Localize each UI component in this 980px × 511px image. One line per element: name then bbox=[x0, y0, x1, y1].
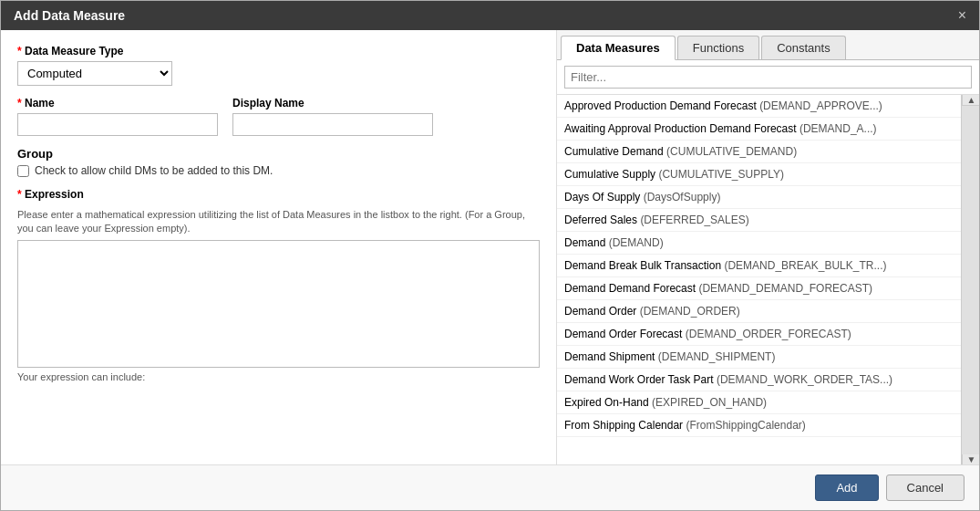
list-item[interactable]: Days Of Supply (DaysOfSupply) bbox=[557, 186, 961, 209]
expression-label: Expression bbox=[17, 188, 540, 201]
list-area: Approved Production Demand Forecast (DEM… bbox=[557, 95, 979, 464]
scroll-down-arrow[interactable]: ▼ bbox=[962, 454, 979, 464]
dialog-body: Data Measure Type Computed Simple Group … bbox=[1, 30, 979, 464]
list-container[interactable]: Approved Production Demand Forecast (DEM… bbox=[557, 95, 961, 464]
expression-hint: Your expression can include: bbox=[17, 371, 540, 382]
tab-functions[interactable]: Functions bbox=[677, 36, 759, 59]
tab-constants[interactable]: Constants bbox=[761, 36, 846, 59]
scroll-up-arrow[interactable]: ▲ bbox=[962, 95, 979, 106]
data-measure-type-select[interactable]: Computed Simple Group bbox=[17, 61, 172, 86]
display-name-label: Display Name bbox=[232, 97, 433, 110]
filter-row bbox=[557, 60, 979, 95]
filter-input[interactable] bbox=[564, 66, 972, 89]
group-label: Group bbox=[17, 147, 540, 161]
list-item[interactable]: Demand Order (DEMAND_ORDER) bbox=[557, 300, 961, 323]
list-item[interactable]: Demand Shipment (DEMAND_SHIPMENT) bbox=[557, 346, 961, 369]
close-button[interactable]: × bbox=[958, 8, 966, 23]
list-item[interactable]: Demand (DEMAND) bbox=[557, 232, 961, 255]
list-item[interactable]: Expired On-Hand (EXPIRED_ON_HAND) bbox=[557, 391, 961, 414]
right-panel-content: Data Measures Functions Constants Approv… bbox=[557, 30, 979, 464]
group-section: Group Check to allow child DMs to be add… bbox=[17, 147, 540, 177]
tabs-bar: Data Measures Functions Constants bbox=[557, 30, 979, 60]
expression-textarea[interactable] bbox=[17, 240, 540, 368]
right-panel: Data Measures Functions Constants Approv… bbox=[557, 30, 979, 464]
scroll-track bbox=[962, 106, 979, 454]
list-item[interactable]: Cumulative Demand (CUMULATIVE_DEMAND) bbox=[557, 141, 961, 163]
name-field: Name bbox=[17, 97, 218, 136]
left-panel: Data Measure Type Computed Simple Group … bbox=[1, 30, 557, 464]
group-checkbox[interactable] bbox=[17, 165, 29, 177]
list-item[interactable]: Demand Work Order Task Part (DEMAND_WORK… bbox=[557, 369, 961, 391]
tab-data-measures[interactable]: Data Measures bbox=[561, 36, 676, 60]
group-checkbox-row: Check to allow child DMs to be added to … bbox=[17, 164, 540, 177]
display-name-field: Display Name bbox=[232, 97, 433, 136]
list-item[interactable]: Deferred Sales (DEFERRED_SALES) bbox=[557, 209, 961, 232]
list-item[interactable]: Demand Break Bulk Transaction (DEMAND_BR… bbox=[557, 255, 961, 277]
list-item[interactable]: Approved Production Demand Forecast (DEM… bbox=[557, 95, 961, 118]
list-item[interactable]: Awaiting Approval Production Demand Fore… bbox=[557, 118, 961, 141]
expression-section: Expression Please enter a mathematical e… bbox=[17, 188, 540, 382]
data-measure-type-label: Data Measure Type bbox=[17, 45, 540, 57]
add-button[interactable]: Add bbox=[815, 474, 878, 501]
display-name-input[interactable] bbox=[232, 113, 433, 136]
cancel-button[interactable]: Cancel bbox=[886, 474, 965, 501]
list-item[interactable]: Cumulative Supply (CUMULATIVE_SUPPLY) bbox=[557, 163, 961, 186]
list-item[interactable]: Demand Demand Forecast (DEMAND_DEMAND_FO… bbox=[557, 277, 961, 300]
expression-description: Please enter a mathematical expression u… bbox=[17, 208, 540, 236]
name-display-name-row: Name Display Name bbox=[17, 97, 540, 136]
data-measure-type-section: Data Measure Type Computed Simple Group bbox=[17, 45, 540, 86]
dialog-title: Add Data Measure bbox=[14, 8, 125, 23]
list-item[interactable]: Demand Order Forecast (DEMAND_ORDER_FORE… bbox=[557, 323, 961, 346]
dialog-header: Add Data Measure × bbox=[1, 1, 979, 30]
scroll-arrows: ▲ ▼ bbox=[961, 95, 979, 464]
dialog-footer: Add Cancel bbox=[1, 464, 979, 510]
name-label: Name bbox=[17, 97, 218, 110]
add-data-measure-dialog: Add Data Measure × Data Measure Type Com… bbox=[0, 0, 980, 511]
name-input[interactable] bbox=[17, 113, 218, 136]
group-checkbox-label: Check to allow child DMs to be added to … bbox=[35, 164, 273, 177]
list-item[interactable]: From Shipping Calendar (FromShippingCale… bbox=[557, 414, 961, 437]
